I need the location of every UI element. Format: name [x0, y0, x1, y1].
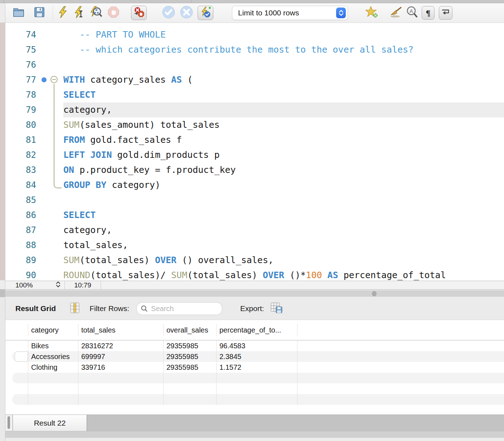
- grid-cell[interactable]: 29355985: [164, 351, 217, 362]
- code-text[interactable]: LEFT JOIN gold.dim_products p: [63, 147, 504, 163]
- stop-execution-button[interactable]: [107, 6, 120, 20]
- row-selector-cell[interactable]: [5, 351, 28, 362]
- code-text[interactable]: SUM(sales_amount) total_sales: [63, 117, 504, 132]
- show-invisibles-button[interactable]: ¶: [422, 6, 435, 20]
- grid-cell[interactable]: 699997: [78, 351, 164, 362]
- grid-cell[interactable]: [78, 383, 164, 394]
- statement-marker-dot[interactable]: [42, 77, 47, 82]
- save-script-button[interactable]: [33, 6, 46, 20]
- code-line[interactable]: 82LEFT JOIN gold.dim_products p: [5, 147, 504, 163]
- export-button[interactable]: [271, 302, 283, 315]
- grid-cell[interactable]: [217, 383, 297, 394]
- code-text[interactable]: SUM(total_sales) OVER () overall_sales,: [63, 253, 504, 268]
- grid-column-header[interactable]: category: [28, 324, 78, 336]
- code-line[interactable]: 85: [5, 193, 504, 208]
- grid-cell[interactable]: 339716: [78, 362, 164, 373]
- code-line[interactable]: 86SELECT: [5, 208, 504, 223]
- row-selector-cell[interactable]: [5, 362, 28, 373]
- code-text[interactable]: ROUND(total_sales)/ SUM(total_sales) OVE…: [63, 268, 504, 281]
- toggle-word-wrap-button[interactable]: [439, 6, 452, 20]
- code-line[interactable]: 76: [5, 57, 504, 72]
- open-script-button[interactable]: [12, 6, 25, 20]
- grid-cell[interactable]: 28316272: [78, 340, 164, 351]
- row-selector-cell[interactable]: [5, 340, 28, 351]
- code-text[interactable]: [63, 57, 504, 72]
- code-text[interactable]: total_sales,: [63, 238, 504, 253]
- result-tab[interactable]: Result 22: [13, 415, 87, 431]
- toggle-stop-on-error-button[interactable]: [131, 6, 147, 20]
- toggle-autocommit-button[interactable]: [198, 6, 213, 20]
- code-line[interactable]: 90ROUND(total_sales)/ SUM(total_sales) O…: [5, 268, 504, 281]
- splitter-handle-icon[interactable]: [372, 291, 377, 296]
- grid-empty-row[interactable]: [5, 383, 504, 394]
- grid-cell[interactable]: [217, 394, 297, 405]
- code-text[interactable]: FROM gold.fact_sales f: [63, 132, 504, 147]
- code-text[interactable]: ON p.product_key = f.product_key: [63, 163, 504, 178]
- code-line[interactable]: 84GROUP BY category): [5, 178, 504, 193]
- tab-scrollbar[interactable]: [5, 415, 13, 431]
- code-line[interactable]: 89SUM(total_sales) OVER () overall_sales…: [5, 253, 504, 268]
- code-line[interactable]: 80SUM(sales_amount) total_sales: [5, 117, 504, 132]
- zoom-control[interactable]: 100%: [5, 281, 65, 289]
- grid-empty-row[interactable]: [5, 373, 504, 383]
- code-line[interactable]: 78SELECT: [5, 87, 504, 102]
- grid-cell[interactable]: [164, 394, 217, 405]
- zoom-stepper-icon[interactable]: [55, 281, 61, 290]
- filter-search-box[interactable]: [136, 302, 222, 315]
- grid-cell[interactable]: 96.4583: [217, 340, 297, 351]
- grid-cell[interactable]: [164, 373, 217, 383]
- code-line[interactable]: 83ON p.product_key = f.product_key: [5, 163, 504, 178]
- panel-splitter[interactable]: [5, 290, 504, 297]
- grid-cell[interactable]: [28, 383, 78, 394]
- grid-cell[interactable]: 2.3845: [217, 351, 297, 362]
- grid-cell[interactable]: 1.1572: [217, 362, 297, 373]
- grid-cell[interactable]: Clothing: [28, 362, 78, 373]
- rollback-button[interactable]: [180, 6, 193, 20]
- row-selector-cell[interactable]: [5, 394, 28, 405]
- grid-cell[interactable]: 29355985: [164, 340, 217, 351]
- code-text[interactable]: SELECT: [63, 208, 504, 223]
- grid-row[interactable]: Accessories699997293559852.3845: [5, 351, 504, 362]
- grid-cell[interactable]: [28, 373, 78, 383]
- grid-empty-row[interactable]: [5, 394, 504, 405]
- grid-column-header[interactable]: overall_sales: [164, 324, 217, 336]
- code-text[interactable]: GROUP BY category): [63, 178, 504, 193]
- code-line[interactable]: 81FROM gold.fact_sales f: [5, 132, 504, 147]
- beautify-script-button[interactable]: [389, 6, 402, 20]
- grid-view-icon[interactable]: [70, 302, 79, 315]
- code-text[interactable]: -- PART TO WHOLE: [63, 27, 504, 42]
- grid-cell[interactable]: Accessories: [28, 351, 78, 362]
- code-text[interactable]: category,: [63, 102, 504, 117]
- grid-column-header[interactable]: total_sales: [78, 324, 164, 336]
- code-line[interactable]: 77WITH category_sales AS (: [5, 72, 504, 87]
- grid-cell[interactable]: [78, 373, 164, 383]
- row-selector-cell[interactable]: [5, 373, 28, 383]
- grid-cell[interactable]: [217, 373, 297, 383]
- commit-button[interactable]: [162, 6, 175, 20]
- code-line[interactable]: 75 -- which categories contribute the mo…: [5, 42, 504, 57]
- explain-plan-button[interactable]: [89, 6, 103, 20]
- code-line[interactable]: 88total_sales,: [5, 238, 504, 253]
- code-line[interactable]: 87category,: [5, 223, 504, 238]
- sql-editor[interactable]: 74 -- PART TO WHOLE75 -- which categorie…: [5, 23, 504, 281]
- code-text[interactable]: [63, 193, 504, 208]
- code-fold-toggle-icon[interactable]: [50, 76, 58, 83]
- execute-statements-button[interactable]: [56, 6, 69, 20]
- code-text[interactable]: category,: [63, 223, 504, 238]
- row-selector-cell[interactable]: [5, 383, 28, 394]
- find-panel-button[interactable]: A: [405, 6, 419, 20]
- filter-search-input[interactable]: [150, 304, 213, 313]
- grid-row[interactable]: Bikes283162722935598596.4583: [5, 340, 504, 351]
- grid-cell[interactable]: [78, 394, 164, 405]
- grid-row[interactable]: Clothing339716293559851.1572: [5, 362, 504, 373]
- code-line[interactable]: 74 -- PART TO WHOLE: [5, 27, 504, 42]
- grid-cell[interactable]: [164, 383, 217, 394]
- grid-column-header[interactable]: percentage_of_to...: [217, 324, 297, 336]
- execute-current-statement-button[interactable]: [73, 6, 86, 20]
- grid-cell[interactable]: 29355985: [164, 362, 217, 373]
- code-line[interactable]: 79category,: [5, 102, 504, 117]
- code-text[interactable]: WITH category_sales AS (: [63, 72, 504, 87]
- code-text[interactable]: SELECT: [63, 87, 504, 102]
- grid-cell[interactable]: Bikes: [28, 340, 78, 351]
- tab-scrollbar-thumb[interactable]: [8, 416, 10, 429]
